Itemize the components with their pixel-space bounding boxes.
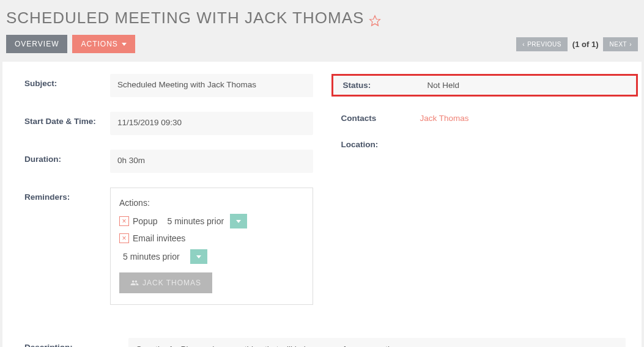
page-count: (1 of 1) [572,40,599,49]
description-row: Description: Question1 - Please share an… [6,338,638,347]
actions-dropdown-button[interactable]: ACTIONS [72,35,135,53]
subject-value: Scheduled Meeting with Jack Thomas [110,74,313,97]
popup-reminder-label: Popup [133,216,157,226]
reminders-heading: Actions: [119,198,304,208]
status-label: Status: [333,76,420,95]
location-row: Location: [331,137,638,149]
email-reminder-label: Email invitees [133,233,185,243]
page-title: SCHEDULED MEETING WITH JACK THOMAS [0,0,644,35]
close-icon[interactable]: × [119,233,129,243]
contacts-value: Jack Thomas [420,111,638,123]
page-title-text: SCHEDULED MEETING WITH JACK THOMAS [6,9,364,27]
start-row: Start Date & Time: 11/15/2019 09:30 [6,112,313,135]
chevron-down-icon [122,43,127,46]
email-reminder-value: 5 minutes prior [119,249,190,264]
next-label: NEXT [609,41,627,48]
invitee-button-label: JACK THOMAS [142,279,201,287]
chevron-down-icon [196,255,201,258]
previous-label: PREVIOUS [527,41,561,48]
chevron-right-icon: › [629,41,632,48]
start-value: 11/15/2019 09:30 [110,112,313,135]
next-button[interactable]: NEXT › [603,37,638,51]
status-value: Not Held [420,76,637,95]
popup-reminder-value: 5 minutes prior [161,214,230,228]
contact-link[interactable]: Jack Thomas [420,114,469,123]
popup-reminder-dropdown-button[interactable] [230,214,247,228]
reminders-label: Reminders: [6,188,110,202]
email-reminder-dropdown-button[interactable] [190,249,207,264]
contacts-row: Contacts Jack Thomas [331,111,638,123]
chevron-down-icon [236,220,241,223]
favorite-star-icon[interactable] [369,12,381,24]
start-label: Start Date & Time: [6,112,110,126]
invitee-button: JACK THOMAS [119,272,212,293]
reminders-panel: Actions: × Popup 5 minutes prior × [110,188,313,305]
subject-row: Subject: Scheduled Meeting with Jack Tho… [6,74,313,97]
chevron-left-icon: ‹ [522,41,525,48]
duration-value: 0h 30m [110,150,313,173]
overview-tab-label: OVERVIEW [15,40,59,48]
detail-card: Subject: Scheduled Meeting with Jack Tho… [2,62,642,347]
close-icon[interactable]: × [119,216,129,226]
svg-marker-0 [370,15,380,25]
popup-reminder-select[interactable]: 5 minutes prior [161,214,247,228]
contacts-label: Contacts [331,111,420,123]
overview-tab[interactable]: OVERVIEW [6,35,67,53]
people-icon [130,279,139,287]
location-value [420,137,638,140]
location-label: Location: [331,137,420,149]
duration-label: Duration: [6,150,110,164]
subject-label: Subject: [6,74,110,88]
status-row: Status: Not Held [331,74,638,97]
previous-button[interactable]: ‹ PREVIOUS [516,37,568,51]
left-column: Subject: Scheduled Meeting with Jack Tho… [6,74,313,320]
reminders-row: Reminders: Actions: × Popup 5 minutes pr… [6,188,313,305]
duration-row: Duration: 0h 30m [6,150,313,173]
pagination: ‹ PREVIOUS (1 of 1) NEXT › [516,37,638,51]
top-toolbar: OVERVIEW ACTIONS ‹ PREVIOUS (1 of 1) NEX… [0,35,644,62]
description-value: Question1 - Please share anything that w… [128,338,626,347]
actions-button-label: ACTIONS [81,40,117,48]
right-column: Status: Not Held Contacts Jack Thomas Lo… [331,74,638,320]
description-label: Description: [6,338,128,347]
reminder-email-line: × Email invitees [119,233,304,243]
email-reminder-select[interactable]: 5 minutes prior [119,249,207,264]
reminder-popup-line: × Popup 5 minutes prior [119,214,304,228]
